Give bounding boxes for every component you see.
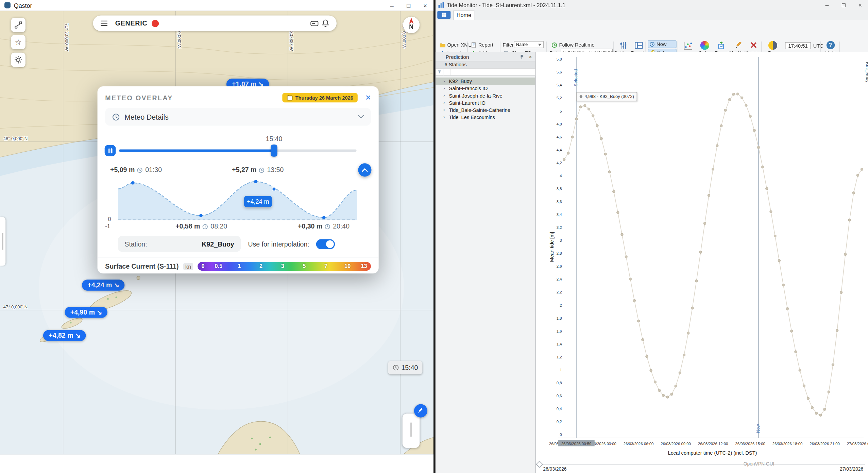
date-badge[interactable]: Thursday 26 March 2026 — [282, 93, 358, 103]
station-row[interactable]: ›Tide_Les Escoumins — [436, 114, 535, 121]
station-row[interactable]: ›K92_Buoy — [436, 78, 535, 85]
filter-operator[interactable]: = — [443, 69, 451, 76]
ribbon-tabs: Home — [436, 10, 868, 20]
svg-text:K92_Buoy: K92_Buoy — [865, 62, 868, 83]
filter-combo[interactable]: Name — [514, 41, 544, 48]
tide-pill[interactable]: +4,24 m↘ — [82, 280, 125, 291]
minimize-icon[interactable]: – — [384, 2, 400, 9]
menu-icon[interactable] — [99, 18, 110, 29]
qastor-statusbar: --° --,---' N --° --,---' E --° --,---' … — [0, 455, 433, 473]
utc-label: UTC — [813, 43, 823, 49]
expander-icon[interactable]: › — [443, 115, 449, 120]
scale-label: 5 — [303, 263, 306, 269]
surface-current-row: Surface Current (S-111) kn 00.5123571013 — [98, 259, 379, 273]
station-row[interactable]: ›Saint-Francois IO — [436, 85, 535, 92]
svg-text:0,2: 0,2 — [557, 420, 562, 424]
expander-icon[interactable]: › — [443, 107, 449, 113]
range-end-date: 27/03/2026 — [840, 466, 863, 472]
longitude-label: 71° 30,000' W — [64, 23, 69, 51]
funnel-icon[interactable] — [436, 69, 443, 76]
pin-icon[interactable] — [520, 54, 525, 59]
card-view-icon[interactable] — [309, 18, 320, 29]
station-row[interactable]: ›Tide_Baie-Sainte-Catherine — [436, 106, 535, 114]
compass[interactable]: N — [403, 17, 420, 33]
favorites-button[interactable]: ☆ — [11, 35, 25, 49]
svg-text:1: 1 — [560, 368, 562, 372]
close-icon[interactable]: × — [417, 2, 433, 9]
notifications-bell-icon[interactable] — [320, 18, 331, 29]
close-icon[interactable]: × — [365, 94, 371, 102]
application-menu-button[interactable] — [437, 11, 450, 19]
scale-label: 1 — [238, 263, 241, 269]
station-label: Station: — [124, 240, 147, 248]
tide-chart[interactable]: 00,20,40,60,811,21,41,61,822,22,42,62,83… — [536, 52, 868, 473]
station-name: Tide_Les Escoumins — [449, 114, 495, 120]
interpolation-toggle[interactable] — [316, 239, 335, 249]
svg-text:26/03/2026 18:00: 26/03/2026 18:00 — [772, 442, 803, 446]
pencil-icon — [734, 41, 743, 49]
tide-pill[interactable]: +4,82 m↘ — [43, 330, 86, 341]
report-button[interactable]: Report — [470, 41, 494, 49]
scale-label: 10 — [344, 263, 351, 269]
map-side-panel[interactable] — [403, 413, 420, 448]
pause-button[interactable] — [105, 145, 116, 156]
svg-text:3,2: 3,2 — [557, 225, 562, 230]
svg-text:0,4: 0,4 — [557, 407, 562, 411]
filter-input[interactable] — [451, 69, 535, 76]
expander-icon[interactable]: › — [443, 79, 449, 84]
gear-icon — [14, 55, 23, 64]
clock-icon — [392, 364, 399, 371]
profile-name[interactable]: GENERIC — [115, 19, 148, 27]
tab-home[interactable]: Home — [453, 11, 474, 20]
edit-button[interactable] — [414, 404, 427, 418]
close-icon[interactable]: × — [852, 2, 868, 9]
meteo-details-row[interactable]: Meteo Details — [105, 108, 371, 125]
follow-realtime-toggle[interactable]: Follow Realtime — [550, 41, 596, 49]
export-icon — [717, 41, 726, 50]
svg-text:27/03/2026 00:00: 27/03/2026 00:00 — [847, 442, 868, 446]
drawer-handle[interactable] — [0, 217, 5, 266]
svg-text:4: 4 — [560, 174, 562, 178]
station-name: Saint-Joseph-de-la-Rive — [449, 93, 502, 98]
now-marker-toggle[interactable]: Now — [648, 40, 677, 48]
tide-mini-chart[interactable] — [118, 176, 357, 223]
svg-text:26/03/2026 12:00: 26/03/2026 12:00 — [698, 442, 728, 446]
tide-pill[interactable]: +4,90 m↘ — [65, 307, 107, 318]
close-icon[interactable]: × — [529, 53, 532, 60]
expander-icon[interactable]: › — [443, 100, 449, 105]
svg-text:26/03/2026 21:00: 26/03/2026 21:00 — [810, 442, 840, 446]
svg-text:1,6: 1,6 — [557, 329, 562, 333]
settings-button[interactable] — [11, 53, 25, 67]
dialog-title: METEO OVERLAY — [105, 94, 173, 102]
pencil-icon — [418, 407, 424, 414]
auto-filter-row[interactable]: = — [436, 69, 535, 76]
qastor-window: Qastor – □ × — [0, 0, 433, 473]
station-count: 6 Stations — [436, 62, 535, 69]
time-slider[interactable] — [119, 150, 356, 152]
svg-text:0,8: 0,8 — [557, 381, 562, 385]
svg-text:5,8: 5,8 — [557, 57, 562, 61]
utc-time-field[interactable]: 17:40:51 — [785, 42, 811, 49]
expander-icon[interactable]: › — [443, 93, 449, 98]
minimize-icon[interactable]: – — [819, 2, 835, 9]
report-icon — [471, 42, 477, 48]
chevron-down-icon[interactable] — [358, 115, 364, 119]
routes-button[interactable] — [11, 18, 25, 32]
station-row[interactable]: ›Saint-Laurent IO — [436, 99, 535, 106]
svg-text:3,4: 3,4 — [557, 213, 562, 217]
range-bar[interactable] — [541, 464, 865, 464]
svg-text:Local computer time (UTC-2) (i: Local computer time (UTC-2) (incl. DST) — [668, 450, 757, 456]
maximize-icon[interactable]: □ — [835, 2, 852, 9]
station-field[interactable]: Station: K92_Buoy — [118, 236, 241, 252]
collapse-graph-button[interactable] — [358, 163, 371, 176]
expander-icon[interactable]: › — [443, 86, 449, 91]
map-time-chip[interactable]: 15:40 — [388, 361, 422, 374]
scale-label: 3 — [281, 263, 284, 269]
station-row[interactable]: ›Saint-Joseph-de-la-Rive — [436, 92, 535, 99]
maximize-icon[interactable]: □ — [400, 2, 417, 9]
tide-titlebar: Tide Monitor - Tide_St-Laurent.xml - 202… — [436, 0, 868, 10]
meteo-overlay-dialog: METEO OVERLAY Thursday 26 March 2026 × M… — [98, 86, 379, 273]
svg-text:1,4: 1,4 — [557, 342, 562, 346]
slider-handle[interactable] — [271, 145, 277, 157]
svg-text:0: 0 — [560, 433, 562, 437]
